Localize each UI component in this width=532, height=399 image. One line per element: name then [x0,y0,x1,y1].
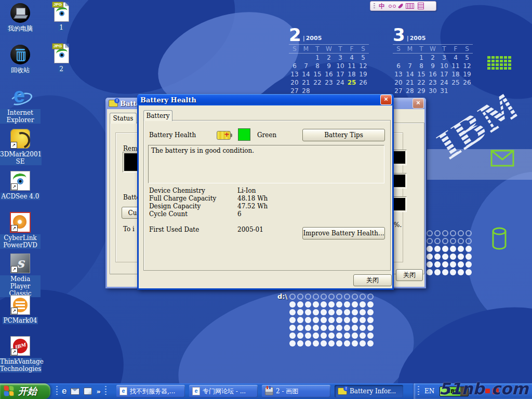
wallpaper-dot [442,246,448,252]
desktop-icon-label: 回收站 [10,66,31,74]
close-icon[interactable]: × [380,95,392,105]
battery-tips-button[interactable]: Battery Tips [302,129,385,141]
info-value: Li-Ion [237,187,256,195]
window-close-button[interactable]: 关闭 [396,269,423,281]
wallpaper-dot [328,294,335,300]
desktop-icon-pcmark[interactable]: ↗PCMark04 [0,294,41,324]
wallpaper-dot [360,340,366,347]
wallpaper-dot [360,332,366,339]
desktop-icon-thinkvantage[interactable]: IBM↗ThinkVantage Technologies [0,335,41,373]
ie-quicklaunch-icon[interactable]: e [62,386,66,396]
wallpaper-dot [434,238,441,244]
desktop-icon-label: ACDSee 4.0 [1,193,41,200]
calendar-month: 2 [289,27,301,43]
quick-launch-overflow[interactable]: » [96,388,100,395]
battery-icon: ! [109,100,118,107]
wallpaper-dot [344,309,350,315]
wallpaper-dot [336,340,342,347]
calendar-day: 18 [450,70,461,78]
wallpaper-dot [434,230,441,236]
wallpaper-dot [321,294,327,300]
jpg-file-icon: JPG [52,43,71,64]
language-indicator[interactable]: EN [424,388,434,395]
desktop-icon-powerdvd[interactable]: ↗CyberLink PowerDVD [0,211,41,249]
wallpaper-dot [305,340,311,347]
ime-punctuation-icon[interactable] [389,5,396,8]
3dmark-icon: ↗ [10,129,30,149]
taskbar-button-1[interactable]: e找不到服务器,... [116,385,185,397]
calendar-weekday: F [450,45,461,53]
ime-brush-icon[interactable] [398,3,404,9]
calendar-day: 20 [393,78,404,87]
wallpaper-dot [313,332,319,339]
wallpaper-dot [450,261,456,268]
calendar-day: 24 [438,78,450,87]
ime-chinese-mode-icon[interactable]: 中 [379,3,385,10]
close-icon[interactable]: × [413,98,424,109]
battery-health-dialog: Battery Health × Battery Battery Health … [137,94,394,290]
calendar-day: 14 [300,70,312,78]
calendar-day: 11 [346,62,357,70]
improve-battery-health-button[interactable]: Improve Battery Health... [302,227,385,240]
calendar-day [461,87,473,95]
calendar-february: 22005 SMTWTFS123456789101112131415161718… [289,27,369,95]
powerdvd-icon: ↗ [10,212,31,233]
wallpaper-dot [352,301,358,308]
wallpaper-dot [352,340,358,347]
desktop-file-jpg[interactable]: JPG2 [50,43,73,73]
battery-info-row: Full Charge Capacity48.18 Wh [149,195,384,203]
ie-page-icon: e [192,387,200,395]
desktop-icon-my-computer[interactable]: 我的电脑 [0,2,41,32]
wallpaper-dot [360,317,366,323]
show-desktop-icon[interactable] [84,388,92,395]
desktop-icon-label: 3DMark2001 SE [0,151,42,165]
outlook-express-icon[interactable] [71,388,79,395]
calendar-day: 12 [357,62,369,70]
calendar-weekday: W [323,45,335,53]
wallpaper-dot [367,317,374,323]
condition-textbox[interactable]: The battery is in good condition. [148,145,384,183]
desktop-icon-recycle-bin[interactable]: 回收站 [0,44,41,74]
wallpaper-dot [442,230,448,236]
wallpaper-dot [305,332,311,339]
tab-battery[interactable]: Battery [143,110,172,121]
percent-fragment: %. [394,221,402,229]
ime-drag-handle[interactable] [374,3,375,9]
desktop-icon-3dmark[interactable]: ↗3DMark2001 SE [0,128,41,165]
desktop-icon-ie[interactable]: eInternet Explorer [0,86,41,124]
dialog-close-button[interactable]: 关闭 [353,274,392,286]
calendar-day: 27 [393,87,404,95]
envelope-icon [490,150,514,167]
wallpaper-dot [427,269,433,275]
start-button[interactable]: 开始 [0,383,50,399]
battery-cell-box [392,173,407,189]
battery-info-row: Design Capacity47.52 Wh [149,203,384,210]
wallpaper-dot [321,317,327,323]
taskbar-button-3[interactable]: 2 - 画图 [262,385,330,397]
ime-language-bar[interactable]: 中 [370,1,436,11]
taskbar-button-4[interactable]: !Battery Infor... [335,385,403,397]
wallpaper-dot [450,246,456,252]
wallpaper-dot [297,317,303,323]
dialog-titlebar[interactable]: Battery Health × [137,94,394,105]
wallpaper-dot [450,269,456,275]
wallpaper-dot [313,309,319,315]
calendar-day: 9 [323,62,335,70]
tab-status[interactable]: Status [110,113,137,124]
wallpaper-dot [450,230,456,236]
wallpaper-dot [289,325,296,331]
ime-menu-icon[interactable] [418,3,424,9]
calendar-day: 5 [357,54,369,62]
cylinder-icon [491,227,507,250]
ie-page-icon: e [119,387,127,395]
media-player-classic-icon: s↗ [10,254,30,273]
desktop-icon-acdsee[interactable]: ↗ACDSee 4.0 [0,170,41,200]
taskbar-button-2[interactable]: e专门网论坛 - ... [189,385,258,397]
calendar-day: 1 [312,54,323,62]
desktop-icon-mpc[interactable]: s↗Media Player Classic [0,252,41,297]
ime-keyboard-icon[interactable] [406,3,414,9]
wallpaper-dot [289,294,296,300]
wallpaper-dot [336,325,342,331]
desktop-file-jpg[interactable]: JPG1 [50,1,73,31]
wallpaper-dot [458,238,464,244]
